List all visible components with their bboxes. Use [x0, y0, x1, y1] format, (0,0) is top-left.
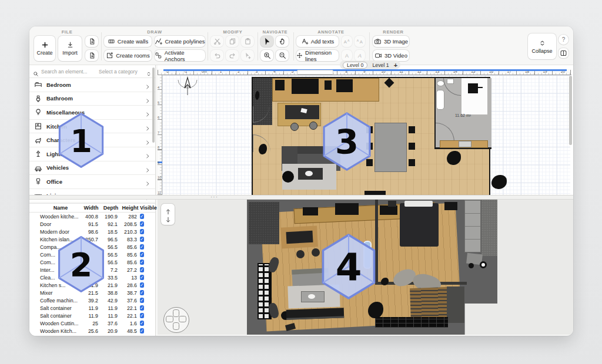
visible-checkbox[interactable]: ✓: [140, 290, 144, 295]
cooktop[interactable]: [292, 79, 319, 94]
table-row[interactable]: Door91.592.1208.5✓: [29, 220, 155, 228]
table-row[interactable]: Wooden Cuttin...2537.61.6✓: [29, 319, 155, 327]
create-walls-button[interactable]: Create walls: [104, 36, 152, 47]
dining-table[interactable]: [374, 123, 407, 172]
visible-checkbox[interactable]: ✓: [140, 252, 144, 257]
table-row[interactable]: Salt container11.911.922.1✓: [29, 312, 155, 319]
undo-button[interactable]: [210, 50, 223, 61]
dpad-down[interactable]: [173, 322, 179, 330]
dpad-right[interactable]: [179, 316, 186, 322]
table-row[interactable]: Modern door98.618.5210.3✓: [29, 228, 155, 235]
tv-3d[interactable]: [335, 203, 359, 215]
panels-toggle-button[interactable]: [558, 48, 568, 58]
shower-unit[interactable]: [468, 83, 478, 93]
visible-checkbox[interactable]: ✓: [140, 221, 144, 227]
dining-chair[interactable]: [409, 126, 415, 133]
plant-2d[interactable]: [447, 151, 461, 165]
tab-level-1[interactable]: Level 1: [369, 62, 392, 68]
pane-splitter[interactable]: ···: [29, 195, 573, 200]
collapse-button[interactable]: Collapse: [528, 33, 556, 59]
visible-checkbox[interactable]: ✓: [140, 259, 144, 265]
create-rooms-button[interactable]: Create rooms: [104, 50, 152, 61]
office-chair[interactable]: [290, 123, 299, 131]
select-tool-button[interactable]: [260, 36, 273, 47]
search-input[interactable]: [41, 69, 93, 75]
decrease-font-button[interactable]: AA: [342, 36, 352, 47]
create-button[interactable]: Create: [34, 36, 55, 61]
canvas-scrollbar[interactable]: [569, 76, 572, 145]
zoom-out-button[interactable]: [276, 50, 289, 61]
add-texts-button[interactable]: Add texts: [296, 36, 339, 47]
category-item-bathroom[interactable]: Bathroom: [29, 92, 155, 106]
kitchen-appliance[interactable]: [275, 80, 285, 90]
col-width[interactable]: Width: [81, 205, 101, 211]
font-italic-button[interactable]: A: [354, 50, 365, 61]
tv-bench-2d[interactable]: [364, 191, 386, 195]
create-polylines-button[interactable]: Create polylines: [155, 36, 205, 47]
render-3d-video-button[interactable]: 3D Video: [373, 50, 409, 61]
paste-button[interactable]: [241, 36, 254, 47]
table-row[interactable]: Wooden Kitch...25.620.948.5✓: [29, 327, 155, 335]
visible-checkbox[interactable]: ✓: [140, 282, 144, 288]
category-item-office[interactable]: Office: [29, 175, 155, 189]
desk-3d[interactable]: [286, 231, 313, 244]
col-name[interactable]: Name: [40, 205, 81, 211]
pan-tool-button[interactable]: [276, 36, 289, 47]
save-project-button[interactable]: [85, 50, 98, 61]
help-button[interactable]: ?: [558, 35, 568, 45]
visible-checkbox[interactable]: ✓: [140, 214, 144, 219]
visible-checkbox[interactable]: ✓: [140, 313, 144, 318]
col-height[interactable]: Height: [121, 205, 140, 211]
dpad-left[interactable]: [166, 316, 173, 322]
visible-checkbox[interactable]: ✓: [140, 305, 144, 311]
ceiling-light[interactable]: [384, 78, 394, 88]
tab-level-0[interactable]: Level 0: [343, 62, 367, 69]
dining-chair[interactable]: [409, 143, 415, 150]
zoom-in-button[interactable]: [260, 50, 273, 61]
chair-3d[interactable]: [296, 250, 305, 258]
kitchen-sink[interactable]: [325, 80, 332, 90]
visible-checkbox[interactable]: ✓: [140, 298, 144, 303]
copy-button[interactable]: [226, 36, 239, 47]
redo-button[interactable]: [226, 50, 239, 61]
category-select[interactable]: Select a category: [95, 69, 143, 75]
bed-3d[interactable]: [400, 203, 439, 247]
visible-checkbox[interactable]: ✓: [140, 267, 144, 272]
cut-button[interactable]: [210, 36, 223, 47]
bathtub[interactable]: [436, 90, 444, 110]
wardrobe-3d[interactable]: [464, 200, 481, 252]
visible-checkbox[interactable]: ✓: [140, 321, 144, 326]
ottoman[interactable]: [282, 171, 294, 183]
office-chair[interactable]: [309, 122, 317, 130]
category-scrollbar[interactable]: [152, 68, 155, 143]
navigation-dpad[interactable]: [163, 307, 189, 333]
table-row[interactable]: Wooden kitche...400.8190.9282✓: [29, 213, 155, 220]
select-similar-button[interactable]: [241, 50, 254, 61]
render-3d-image-button[interactable]: 3D Image: [373, 36, 409, 47]
kitchen-appliance[interactable]: [336, 79, 353, 92]
dimension-lines-button[interactable]: Dimension lines: [296, 50, 339, 61]
add-level-button[interactable]: +: [394, 62, 397, 69]
category-item-bedroom[interactable]: Bedroom: [29, 78, 155, 92]
import-button[interactable]: Import: [58, 36, 82, 61]
increase-font-button[interactable]: AA: [354, 36, 365, 47]
select-arrows-icon[interactable]: [146, 69, 152, 75]
font-normal-button[interactable]: A: [342, 50, 352, 61]
visible-checkbox[interactable]: ✓: [140, 244, 144, 250]
visible-checkbox[interactable]: ✓: [140, 229, 144, 234]
table-row[interactable]: Salt container11.911.922.1✓: [29, 304, 155, 312]
dpad-up[interactable]: [173, 309, 179, 317]
col-depth[interactable]: Depth: [101, 205, 121, 211]
tv-bench-3d[interactable]: [286, 308, 345, 319]
floor-switch-control[interactable]: [161, 204, 175, 225]
plant-2d[interactable]: [259, 144, 267, 154]
visible-checkbox[interactable]: ✓: [140, 237, 144, 242]
open-project-button[interactable]: [85, 36, 98, 47]
visible-checkbox[interactable]: ✓: [140, 275, 144, 280]
plant-2d[interactable]: [491, 175, 507, 189]
col-visible[interactable]: Visible: [140, 205, 155, 211]
dining-chair[interactable]: [409, 159, 415, 166]
visible-checkbox[interactable]: ✓: [140, 328, 144, 333]
activate-anchors-button[interactable]: Activate Anchors: [155, 50, 205, 61]
table-row[interactable]: Coffee machin...39.242.937.6✓: [29, 296, 155, 304]
